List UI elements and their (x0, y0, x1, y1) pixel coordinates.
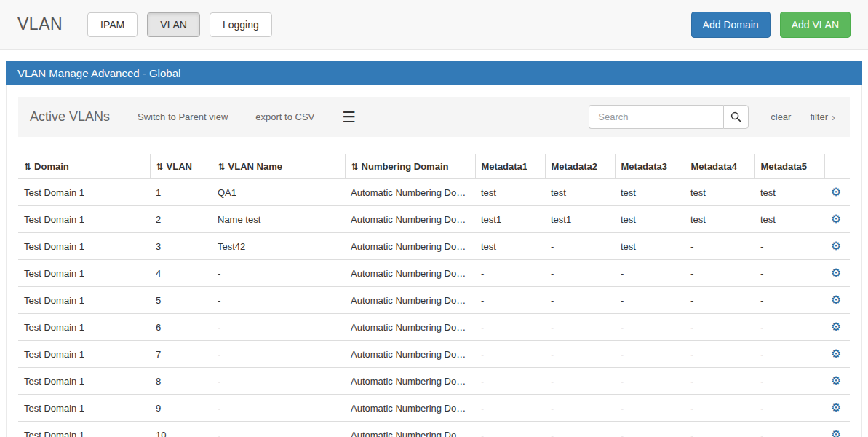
export-csv-link[interactable]: export to CSV (255, 111, 314, 122)
table-cell: Automatic Numbering Doma… (345, 368, 475, 395)
switch-parent-view-link[interactable]: Switch to Parent view (138, 111, 228, 122)
table-row: Test Domain 11QA1Automatic Numbering Dom… (18, 179, 850, 206)
table-cell: Test Domain 1 (18, 314, 150, 341)
gear-icon[interactable]: ⚙ (831, 240, 841, 252)
row-actions-cell: ⚙ (824, 368, 850, 395)
nav-logging-button[interactable]: Logging (210, 12, 272, 37)
table-cell: QA1 (212, 179, 345, 206)
search-group (589, 105, 749, 129)
vlan-table-container: ⇅Domain⇅VLAN⇅VLAN Name⇅Numbering DomainM… (18, 154, 850, 437)
table-cell: 7 (150, 341, 212, 368)
table-cell: Automatic Numbering Doma… (345, 179, 475, 206)
table-cell: - (754, 341, 824, 368)
table-cell: - (475, 422, 545, 437)
clear-link[interactable]: clear (771, 111, 791, 122)
column-header-metadata3: Metadata3 (615, 154, 685, 179)
search-icon (730, 111, 741, 122)
table-cell: - (212, 287, 345, 314)
active-vlans-heading: Active VLANs (30, 109, 110, 125)
add-vlan-button[interactable]: Add VLAN (780, 12, 851, 38)
table-cell: Test42 (212, 233, 345, 260)
table-cell: test1 (475, 206, 545, 233)
gear-icon[interactable]: ⚙ (831, 320, 841, 333)
gear-icon[interactable]: ⚙ (831, 267, 841, 279)
table-cell: - (475, 368, 545, 395)
table-cell: Automatic Numbering Doma… (345, 395, 475, 422)
column-label: Metadata4 (691, 161, 738, 172)
table-row: Test Domain 110-Automatic Numbering Doma… (18, 422, 850, 437)
column-header-vlan[interactable]: ⇅VLAN (150, 154, 212, 179)
column-label: Metadata3 (621, 161, 668, 172)
gear-icon[interactable]: ⚙ (831, 428, 841, 437)
table-cell: - (475, 260, 545, 287)
table-cell: 6 (150, 314, 212, 341)
chevron-right-icon: › (832, 111, 835, 123)
table-cell: - (685, 422, 754, 437)
table-cell: 1 (150, 179, 212, 206)
table-cell: test (754, 206, 824, 233)
table-cell: 9 (150, 395, 212, 422)
table-cell: - (754, 287, 824, 314)
table-cell: - (615, 422, 685, 437)
filter-label: filter (810, 111, 828, 122)
table-cell: - (545, 233, 615, 260)
gear-icon[interactable]: ⚙ (831, 374, 841, 387)
gear-icon[interactable]: ⚙ (831, 401, 841, 414)
gear-icon[interactable]: ⚙ (831, 294, 841, 306)
table-cell: - (615, 287, 685, 314)
column-header-numbering-domain[interactable]: ⇅Numbering Domain (345, 154, 475, 179)
search-button[interactable] (723, 105, 749, 129)
topbar: VLAN IPAM VLAN Logging Add Domain Add VL… (0, 0, 868, 50)
nav-ipam-button[interactable]: IPAM (87, 12, 138, 37)
gear-icon[interactable]: ⚙ (831, 213, 841, 225)
table-cell: - (475, 395, 545, 422)
table-cell: - (685, 314, 754, 341)
table-cell: Automatic Numbering Doma… (345, 422, 475, 437)
table-cell: - (685, 233, 754, 260)
column-header-domain[interactable]: ⇅Domain (18, 154, 150, 179)
table-cell: test (685, 179, 754, 206)
table-row: Test Domain 16-Automatic Numbering Doma…… (18, 314, 850, 341)
table-cell: test (545, 179, 615, 206)
table-cell: - (685, 395, 754, 422)
search-input[interactable] (589, 105, 723, 129)
table-row: Test Domain 17-Automatic Numbering Doma…… (18, 341, 850, 368)
row-actions-cell: ⚙ (824, 395, 850, 422)
add-domain-button[interactable]: Add Domain (691, 12, 771, 38)
column-header-vlan-name[interactable]: ⇅VLAN Name (212, 154, 345, 179)
filter-link[interactable]: filter › (810, 111, 835, 123)
table-body: Test Domain 11QA1Automatic Numbering Dom… (18, 179, 850, 437)
table-cell: - (212, 260, 345, 287)
table-cell: - (754, 368, 824, 395)
table-cell: - (475, 287, 545, 314)
gear-icon[interactable]: ⚙ (831, 347, 841, 360)
table-cell: Automatic Numbering Doma… (345, 287, 475, 314)
table-cell: - (545, 287, 615, 314)
row-actions-cell: ⚙ (824, 260, 850, 287)
menu-icon[interactable]: ☰ (342, 109, 356, 125)
table-cell: 4 (150, 260, 212, 287)
panel-title: VLAN Manage Advanced - Global (6, 61, 862, 85)
table-cell: - (545, 368, 615, 395)
table-cell: Automatic Numbering Doma… (345, 314, 475, 341)
table-cell: - (685, 287, 754, 314)
table-cell: Test Domain 1 (18, 206, 150, 233)
table-cell: - (475, 314, 545, 341)
column-label: Metadata5 (761, 161, 808, 172)
table-row: Test Domain 15-Automatic Numbering Doma…… (18, 287, 850, 314)
vlan-manage-panel: VLAN Manage Advanced - Global Active VLA… (6, 61, 862, 437)
gear-icon[interactable]: ⚙ (831, 186, 841, 198)
table-cell: - (545, 395, 615, 422)
table-cell: - (545, 260, 615, 287)
table-cell: - (475, 341, 545, 368)
table-cell: 10 (150, 422, 212, 437)
column-label: Numbering Domain (362, 161, 449, 172)
table-cell: 2 (150, 206, 212, 233)
column-header-metadata2: Metadata2 (545, 154, 615, 179)
row-actions-cell: ⚙ (824, 314, 850, 341)
nav-vlan-button[interactable]: VLAN (147, 12, 200, 37)
table-cell: - (545, 341, 615, 368)
table-cell: - (754, 233, 824, 260)
table-row: Test Domain 19-Automatic Numbering Doma…… (18, 395, 850, 422)
table-cell: - (615, 341, 685, 368)
